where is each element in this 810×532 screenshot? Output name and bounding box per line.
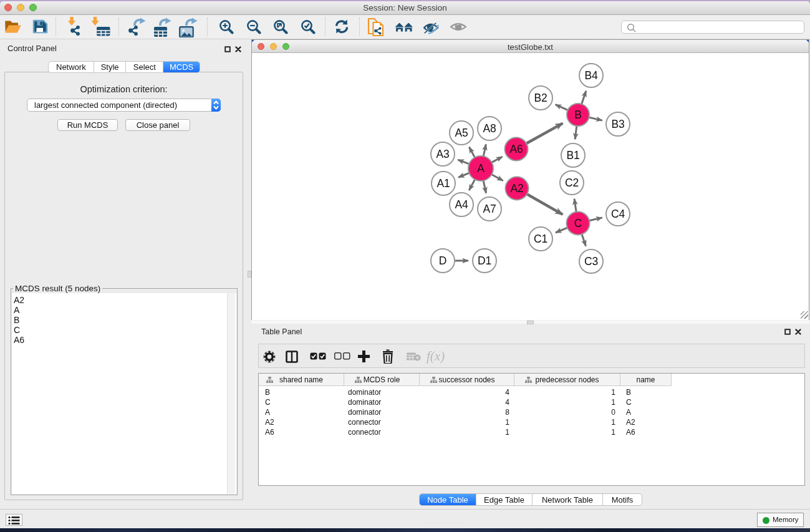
svg-text:A6: A6 <box>510 143 523 155</box>
svg-text:C1: C1 <box>534 233 547 245</box>
svg-text:A: A <box>477 162 485 175</box>
svg-text:B4: B4 <box>585 69 598 82</box>
svg-text:A8: A8 <box>483 122 496 135</box>
svg-text:C2: C2 <box>565 177 579 189</box>
svg-text:A1: A1 <box>437 177 450 190</box>
svg-text:D1: D1 <box>478 254 491 267</box>
svg-text:C: C <box>574 217 582 230</box>
svg-text:A2: A2 <box>511 182 524 195</box>
svg-text:C3: C3 <box>584 255 598 268</box>
svg-text:A3: A3 <box>436 148 450 160</box>
svg-text:B: B <box>574 109 581 121</box>
svg-text:C4: C4 <box>611 208 625 220</box>
svg-text:B1: B1 <box>567 149 580 162</box>
svg-text:A7: A7 <box>483 203 496 215</box>
svg-text:A4: A4 <box>455 198 468 211</box>
svg-text:D: D <box>439 254 446 267</box>
svg-text:A5: A5 <box>455 127 468 139</box>
svg-text:B2: B2 <box>534 92 547 104</box>
svg-text:B3: B3 <box>612 118 625 130</box>
